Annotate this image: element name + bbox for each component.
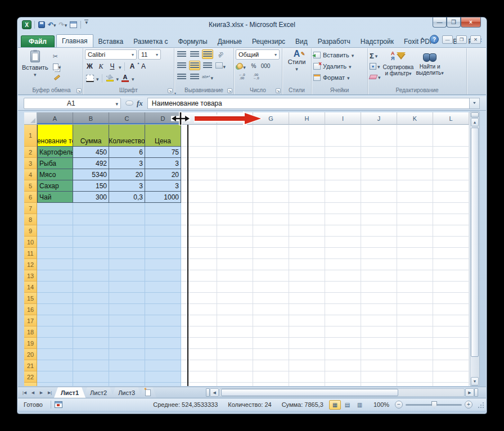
cell-H10[interactable] xyxy=(289,237,325,248)
cell-E5[interactable] xyxy=(181,180,217,192)
cell-J17[interactable] xyxy=(361,315,397,326)
cell-C6[interactable]: 0,3 xyxy=(109,192,145,203)
insert-function-button[interactable]: fx xyxy=(137,99,143,108)
cell-B2[interactable]: 450 xyxy=(73,147,109,158)
cell-B12[interactable] xyxy=(73,259,109,270)
row-header-17[interactable]: 17 xyxy=(24,315,37,326)
cell-F1[interactable] xyxy=(217,125,253,147)
next-sheet-button[interactable] xyxy=(37,388,46,397)
shrink-font-button[interactable]: А xyxy=(139,62,148,71)
cell-E20[interactable] xyxy=(181,349,217,360)
cell-J6[interactable] xyxy=(361,192,397,203)
number-dialog-launcher[interactable] xyxy=(276,88,281,93)
decrease-decimal-button[interactable] xyxy=(250,72,262,80)
cell-F2[interactable] xyxy=(217,147,253,158)
cell-J1[interactable] xyxy=(361,125,397,147)
row-header-10[interactable]: 10 xyxy=(24,237,37,248)
cell-J5[interactable] xyxy=(361,180,397,192)
align-middle-button[interactable] xyxy=(189,49,200,59)
cell-A16[interactable] xyxy=(37,304,73,315)
cell-K20[interactable] xyxy=(397,349,433,360)
cell-K2[interactable] xyxy=(397,147,433,158)
cell-C15[interactable] xyxy=(109,293,145,304)
cell-I9[interactable] xyxy=(325,225,361,237)
cell-K5[interactable] xyxy=(397,180,433,192)
cell-C17[interactable] xyxy=(109,315,145,326)
row-header-23[interactable]: 23 xyxy=(24,383,37,386)
cell-D9[interactable] xyxy=(145,225,181,237)
font-size-combo[interactable]: 11 xyxy=(138,49,161,60)
cell-F7[interactable] xyxy=(217,203,253,214)
decrease-indent-button[interactable] xyxy=(176,72,187,81)
wrap-text-button[interactable] xyxy=(202,72,213,81)
italic-button[interactable]: К xyxy=(96,62,106,71)
cell-L9[interactable] xyxy=(433,225,469,237)
cell-A22[interactable] xyxy=(37,371,73,383)
sheet-tab-Лист3[interactable]: Лист3 xyxy=(111,387,142,398)
cell-H4[interactable] xyxy=(289,169,325,180)
cell-L23[interactable] xyxy=(433,383,469,386)
cell-I21[interactable] xyxy=(325,360,361,371)
cell-I16[interactable] xyxy=(325,304,361,315)
cell-F13[interactable] xyxy=(217,270,253,282)
vertical-scrollbar[interactable] xyxy=(470,111,480,386)
cell-G15[interactable] xyxy=(253,293,289,304)
expand-formula-bar-button[interactable] xyxy=(469,98,480,109)
cell-D8[interactable] xyxy=(145,214,181,225)
cell-F21[interactable] xyxy=(217,360,253,371)
ribbon-tab-Файл[interactable]: Файл xyxy=(21,35,55,47)
cell-B21[interactable] xyxy=(73,360,109,371)
cell-K10[interactable] xyxy=(397,237,433,248)
cell-L10[interactable] xyxy=(433,237,469,248)
page-layout-view-button[interactable] xyxy=(341,400,353,410)
fill-button[interactable] xyxy=(370,62,381,71)
zoom-level[interactable]: 100% xyxy=(371,401,392,408)
cell-F18[interactable] xyxy=(217,326,253,338)
cell-G23[interactable] xyxy=(253,383,289,386)
fill-color-button[interactable] xyxy=(105,74,115,83)
cell-H14[interactable] xyxy=(289,282,325,293)
cell-G11[interactable] xyxy=(253,248,289,259)
cell-C14[interactable] xyxy=(109,282,145,293)
cell-B16[interactable] xyxy=(73,304,109,315)
row-header-15[interactable]: 15 xyxy=(24,293,37,304)
cell-J21[interactable] xyxy=(361,360,397,371)
insert-cells-button[interactable]: Вставить xyxy=(313,51,366,60)
ribbon-tab-Формулы[interactable]: Формулы xyxy=(173,35,212,47)
row-header-13[interactable]: 13 xyxy=(24,270,37,282)
cell-A10[interactable] xyxy=(37,237,73,248)
ribbon-tab-Главная[interactable]: Главная xyxy=(56,34,93,47)
column-header-J[interactable]: J xyxy=(361,112,397,125)
copy-button[interactable] xyxy=(53,62,61,71)
row-header-16[interactable]: 16 xyxy=(24,304,37,315)
cell-L1[interactable] xyxy=(433,125,469,147)
cell-G20[interactable] xyxy=(253,349,289,360)
cell-E8[interactable] xyxy=(181,214,217,225)
cell-B3[interactable]: 492 xyxy=(73,158,109,169)
cell-G13[interactable] xyxy=(253,270,289,282)
cell-A21[interactable] xyxy=(37,360,73,371)
format-cells-button[interactable]: Формат xyxy=(313,73,366,82)
cell-I22[interactable] xyxy=(325,371,361,383)
cell-K18[interactable] xyxy=(397,326,433,338)
cell-A4[interactable]: Мясо xyxy=(37,169,73,180)
cell-K17[interactable] xyxy=(397,315,433,326)
cell-H19[interactable] xyxy=(289,338,325,349)
cell-L13[interactable] xyxy=(433,270,469,282)
cell-L4[interactable] xyxy=(433,169,469,180)
column-header-G[interactable]: G xyxy=(253,112,289,125)
cell-D12[interactable] xyxy=(145,259,181,270)
cell-K15[interactable] xyxy=(397,293,433,304)
cell-F3[interactable] xyxy=(217,158,253,169)
vertical-scroll-thumb[interactable] xyxy=(471,128,479,357)
align-bottom-button[interactable] xyxy=(202,49,213,59)
font-dialog-launcher[interactable] xyxy=(168,88,173,93)
cell-D3[interactable]: 3 xyxy=(145,158,181,169)
cell-J15[interactable] xyxy=(361,293,397,304)
sheet-tab-Лист1[interactable]: Лист1 xyxy=(54,387,86,398)
cell-C16[interactable] xyxy=(109,304,145,315)
row-header-8[interactable]: 8 xyxy=(24,214,37,225)
window-close-button[interactable]: × xyxy=(461,17,481,28)
cell-B11[interactable] xyxy=(73,248,109,259)
cell-I4[interactable] xyxy=(325,169,361,180)
